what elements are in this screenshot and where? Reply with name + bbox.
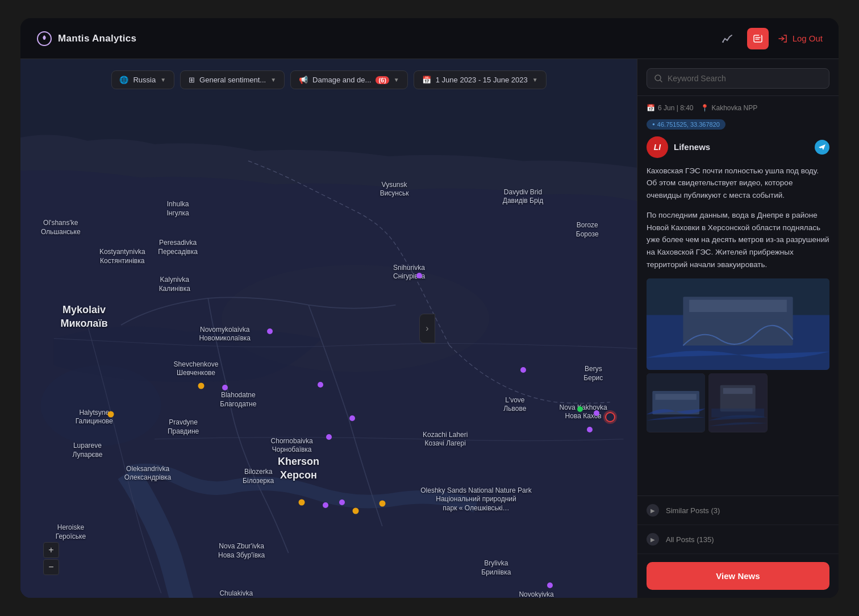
sentiment-label: General sentiment... bbox=[199, 76, 266, 84]
source-name: Lifenews bbox=[674, 142, 710, 152]
source-logo: LI bbox=[647, 136, 668, 158]
post-meta: 📅 6 Jun | 8:40 📍 Kakhovka NPP bbox=[647, 104, 829, 112]
damage-icon: 📢 bbox=[299, 76, 308, 84]
post-body-2: По последним данным, вода в Днепре в рай… bbox=[647, 209, 829, 270]
sidebar: 📅 6 Jun | 8:40 📍 Kakhovka NPP 46.751525,… bbox=[637, 59, 839, 598]
svg-point-1 bbox=[43, 38, 45, 40]
sentiment-icon: ⊞ bbox=[189, 76, 195, 84]
svg-rect-15 bbox=[693, 326, 784, 330]
damage-label: Damage and de... bbox=[312, 76, 371, 84]
app-container: Mantis Analytics bbox=[20, 18, 839, 598]
zoom-in-button[interactable]: + bbox=[43, 542, 59, 558]
chevron-down-icon-2: ▼ bbox=[270, 77, 276, 83]
logo-area: Mantis Analytics bbox=[36, 31, 136, 47]
news-button[interactable] bbox=[747, 28, 769, 49]
zoom-out-button[interactable]: − bbox=[43, 559, 59, 575]
chevron-down-icon: ▼ bbox=[160, 77, 166, 83]
globe-icon: 🌐 bbox=[119, 76, 128, 84]
main-content: 🌐 Russia ▼ ⊞ General sentiment... ▼ 📢 Da… bbox=[20, 59, 839, 598]
search-icon bbox=[654, 74, 663, 83]
map-controls: + − bbox=[43, 542, 59, 575]
svg-rect-22 bbox=[711, 409, 764, 417]
logout-button[interactable]: Log Out bbox=[778, 34, 823, 44]
country-label: Russia bbox=[133, 76, 156, 84]
play-icon-2: ▶ bbox=[647, 533, 659, 546]
all-posts-label: All Posts (135) bbox=[666, 535, 714, 544]
logout-label: Log Out bbox=[793, 34, 823, 43]
post-location: 📍 Kakhovka NPP bbox=[700, 104, 758, 112]
post-body-1: Каховская ГЭС почти полностью ушла под в… bbox=[647, 165, 829, 202]
keyword-search-input[interactable] bbox=[668, 74, 822, 83]
svg-rect-13 bbox=[693, 314, 784, 318]
post-image-1 bbox=[647, 278, 829, 370]
header: Mantis Analytics bbox=[20, 18, 839, 59]
svg-rect-2 bbox=[723, 41, 724, 43]
post-date: 📅 6 Jun | 8:40 bbox=[647, 104, 694, 112]
similar-posts-row[interactable]: ▶ Similar Posts (3) bbox=[637, 496, 839, 525]
chevron-down-icon-3: ▼ bbox=[394, 77, 399, 83]
all-posts-row[interactable]: ▶ All Posts (135) bbox=[637, 525, 839, 554]
svg-rect-18 bbox=[655, 394, 696, 399]
chevron-down-icon-4: ▼ bbox=[532, 77, 538, 83]
damage-filter[interactable]: 📢 Damage and de... (6) ▼ bbox=[290, 70, 408, 89]
analytics-button[interactable] bbox=[716, 28, 738, 49]
svg-rect-21 bbox=[723, 388, 753, 394]
post-actions: ▶ Similar Posts (3) ▶ All Posts (135) bbox=[637, 496, 839, 554]
sentiment-filter[interactable]: ⊞ General sentiment... ▼ bbox=[180, 70, 285, 89]
map-toolbar: 🌐 Russia ▼ ⊞ General sentiment... ▼ 📢 Da… bbox=[111, 70, 546, 89]
similar-posts-label: Similar Posts (3) bbox=[666, 506, 720, 515]
play-icon: ▶ bbox=[647, 504, 659, 517]
coord-badge: 46.751525, 33.367820 bbox=[647, 119, 725, 130]
view-news-button[interactable]: View News bbox=[647, 562, 829, 590]
header-right: Log Out bbox=[716, 28, 823, 49]
search-bar bbox=[637, 59, 839, 96]
source-info: LI Lifenews bbox=[647, 136, 710, 158]
post-card: 📅 6 Jun | 8:40 📍 Kakhovka NPP 46.751525,… bbox=[637, 96, 839, 496]
post-image-3 bbox=[708, 373, 767, 432]
post-source-row: LI Lifenews bbox=[647, 136, 829, 158]
app-title: Mantis Analytics bbox=[58, 33, 136, 44]
post-image-2 bbox=[647, 373, 705, 432]
logo-icon bbox=[36, 31, 52, 47]
svg-rect-12 bbox=[689, 300, 787, 312]
damage-badge: (6) bbox=[376, 76, 389, 84]
svg-rect-14 bbox=[693, 320, 784, 323]
sidebar-toggle[interactable]: › bbox=[419, 314, 435, 343]
date-filter[interactable]: 📅 1 June 2023 - 15 June 2023 ▼ bbox=[414, 70, 547, 89]
chevron-right-icon: › bbox=[426, 323, 428, 334]
country-filter[interactable]: 🌐 Russia ▼ bbox=[111, 70, 174, 89]
calendar-icon: 📅 bbox=[422, 76, 431, 84]
location-icon: 📍 bbox=[700, 104, 709, 112]
map-area: 🌐 Russia ▼ ⊞ General sentiment... ▼ 📢 Da… bbox=[20, 59, 637, 598]
date-label: 1 June 2023 - 15 June 2023 bbox=[436, 76, 528, 84]
svg-rect-4 bbox=[759, 35, 761, 37]
search-input-wrap bbox=[647, 68, 829, 89]
post-images bbox=[647, 278, 829, 432]
calendar-icon-small: 📅 bbox=[647, 104, 655, 112]
map-background: MykolaivМиколаївKhersonХерсонInhulkaІнгу… bbox=[20, 59, 637, 598]
map-svg bbox=[20, 59, 637, 598]
telegram-icon bbox=[815, 140, 829, 155]
